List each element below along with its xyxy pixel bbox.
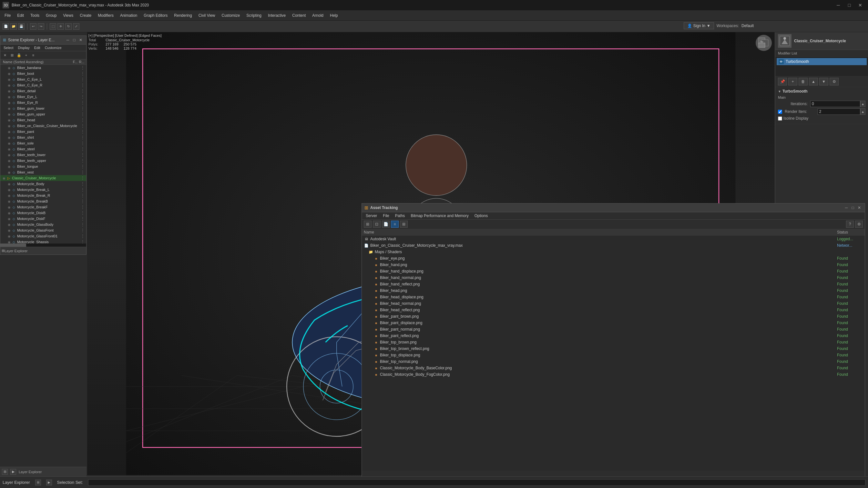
minimize-button[interactable]: ─ xyxy=(833,1,843,10)
scene-explorer-maximize[interactable]: □ xyxy=(71,37,77,43)
menu-item-help[interactable]: Help xyxy=(327,10,341,20)
scene-item-options[interactable]: ⋮ xyxy=(80,118,85,123)
at-list-item[interactable]: ■ Biker_hand_reflect.png Found xyxy=(362,281,865,287)
modifier-move-up-btn[interactable]: ▲ xyxy=(809,78,818,86)
scene-item-options[interactable]: ⋮ xyxy=(80,123,85,128)
at-list-item[interactable]: ■ Biker_top_displace.png Found xyxy=(362,352,865,358)
scene-item[interactable]: ◉ ◇ Biker_teeth_lower ⋮ xyxy=(0,152,86,158)
iterations-up[interactable]: ▲ xyxy=(860,101,865,107)
at-list-item[interactable]: ■ Biker_pant_displace.png Found xyxy=(362,320,865,326)
at-list-item[interactable]: ■ Biker_top_brown_reflect.png Found xyxy=(362,346,865,352)
menu-item-file[interactable]: File xyxy=(1,10,14,20)
render-iters-up[interactable]: ▲ xyxy=(860,108,865,115)
se-menu-edit[interactable]: Edit xyxy=(32,45,42,50)
scene-item[interactable]: ◉ ◇ Biker_head ⋮ xyxy=(0,117,86,123)
viewport-navigation-cube[interactable]: Top xyxy=(756,35,772,51)
at-menu-paths[interactable]: Paths xyxy=(393,213,408,219)
scene-item-options[interactable]: ⋮ xyxy=(80,152,85,157)
toolbar-redo[interactable]: ↪ xyxy=(38,23,44,30)
at-toolbar-btn5[interactable]: ⊞ xyxy=(400,221,408,228)
scene-explorer-scrollbar[interactable] xyxy=(0,243,86,247)
at-list-item[interactable]: ■ Biker_hand_normal.png Found xyxy=(362,274,865,281)
menu-item-animation[interactable]: Animation xyxy=(117,10,141,20)
at-toolbar-btn3[interactable]: 📄 xyxy=(382,221,390,228)
scene-item-options[interactable]: ⋮ xyxy=(80,129,85,134)
scene-explorer-close[interactable]: ✕ xyxy=(78,37,84,43)
menu-item-interactive[interactable]: Interactive xyxy=(265,10,289,20)
toolbar-scale[interactable]: ⤢ xyxy=(73,23,80,30)
scene-item-options[interactable]: ⋮ xyxy=(80,210,85,216)
at-list-item[interactable]: ■ Biker_head_normal.png Found xyxy=(362,300,865,307)
scene-explorer-scroll-thumb[interactable] xyxy=(0,243,26,247)
at-maximize-button[interactable]: □ xyxy=(850,205,856,210)
scene-item[interactable]: ◉ ◇ Motorcycle_BreakF ⋮ xyxy=(0,204,86,210)
se-menu-display[interactable]: Display xyxy=(16,45,32,50)
scene-item[interactable]: ◉ ◇ Motorcycle_DiskF ⋮ xyxy=(0,216,86,222)
scene-item[interactable]: ◉ ◇ Biker_C_Eye_L ⋮ xyxy=(0,76,86,82)
menu-item-customize[interactable]: Customize xyxy=(219,10,243,20)
scene-item-options[interactable]: ⋮ xyxy=(80,181,85,187)
at-toolbar-btn2[interactable]: ⊡ xyxy=(373,221,380,228)
at-list-item[interactable]: ■ Classic_Motorcycle_Body_FogColor.png F… xyxy=(362,371,865,378)
menu-item-civil-view[interactable]: Civil View xyxy=(195,10,219,20)
scene-item-options[interactable]: ⋮ xyxy=(80,141,85,146)
scene-item[interactable]: ◉ ◇ Biker_pant ⋮ xyxy=(0,129,86,134)
menu-item-content[interactable]: Content xyxy=(289,10,309,20)
at-list-item[interactable]: ■ Biker_hand_displace.png Found xyxy=(362,268,865,274)
scene-item[interactable]: ◉ ◇ Biker_Eye_L ⋮ xyxy=(0,94,86,100)
ts-iterations-input[interactable] xyxy=(810,101,860,107)
at-list-item[interactable]: ■ Biker_head_reflect.png Found xyxy=(362,307,865,313)
at-list-item[interactable]: ■ Biker_pant_normal.png Found xyxy=(362,326,865,332)
at-toolbar-help[interactable]: ? xyxy=(846,221,854,228)
at-minimize-button[interactable]: ─ xyxy=(843,205,849,210)
scene-item-options[interactable]: ⋮ xyxy=(80,135,85,140)
se-toolbar-layers[interactable]: ≡ xyxy=(30,52,36,58)
toolbar-move[interactable]: ✛ xyxy=(58,23,64,30)
scene-item[interactable]: ◉ ◇ Motorcycle_DiskB ⋮ xyxy=(0,210,86,216)
toolbar-undo[interactable]: ↩ xyxy=(30,23,36,30)
at-menu-server[interactable]: Server xyxy=(363,213,380,219)
se-toolbar-filter[interactable]: ⊞ xyxy=(9,52,15,58)
modifier-add-btn[interactable]: + xyxy=(788,78,797,86)
scene-item-options[interactable]: ⋮ xyxy=(80,100,85,105)
at-file-list[interactable]: 🏛 Autodesk Vault Logged... 📄 Biker_on_Cl… xyxy=(362,236,865,470)
ts-renderIters-input[interactable] xyxy=(818,108,861,115)
isoline-checkbox[interactable] xyxy=(778,117,782,121)
scene-item-options[interactable]: ⋮ xyxy=(80,158,85,163)
menu-item-graph-editors[interactable]: Graph Editors xyxy=(141,10,171,20)
se-toolbar-lock[interactable]: 🔒 xyxy=(16,52,22,58)
scene-item[interactable]: ◉ ◇ Biker_boot ⋮ xyxy=(0,71,86,76)
at-list-item[interactable]: ■ Biker_pant_brown.png Found xyxy=(362,313,865,320)
toolbar-new[interactable]: 📄 xyxy=(3,23,9,30)
scene-item-options[interactable]: ⋮ xyxy=(80,228,85,233)
at-list-item[interactable]: 🏛 Autodesk Vault Logged... xyxy=(362,236,865,242)
scene-item-options[interactable]: ⋮ xyxy=(80,94,85,99)
scene-item[interactable]: ◉ ◇ Motorcycle_GlassFront ⋮ xyxy=(0,227,86,233)
scene-item-options[interactable]: ⋮ xyxy=(80,204,85,210)
scene-item-options[interactable]: ⋮ xyxy=(80,111,85,117)
scene-item-options[interactable]: ⋮ xyxy=(80,170,85,175)
at-list-item[interactable]: ■ Classic_Motorcycle_Body_BaseColor.png … xyxy=(362,365,865,371)
scene-item[interactable]: ◉ ◇ Motorcycle_GlassFront01 ⋮ xyxy=(0,233,86,239)
at-list-item[interactable]: ■ Biker_eye.png Found xyxy=(362,255,865,262)
toolbar-rotate[interactable]: ↻ xyxy=(65,23,72,30)
se-toolbar-x[interactable]: ✕ xyxy=(2,52,8,58)
scene-item-options[interactable]: ⋮ xyxy=(80,233,85,239)
scene-item[interactable]: ◉ ◇ Biker_gum_upper ⋮ xyxy=(0,111,86,117)
menu-item-views[interactable]: Views xyxy=(60,10,76,20)
modifier-eye-icon[interactable]: 👁 xyxy=(779,59,784,64)
toolbar-open[interactable]: 📁 xyxy=(10,23,17,30)
at-toolbar-btn1[interactable]: ⊞ xyxy=(364,221,372,228)
scene-item[interactable]: ◉ ◇ Biker_teeth_upper ⋮ xyxy=(0,158,86,164)
menu-item-rendering[interactable]: Rendering xyxy=(171,10,195,20)
maximize-button[interactable]: □ xyxy=(844,1,855,10)
modifier-move-down-btn[interactable]: ▼ xyxy=(819,78,828,86)
layer-explorer-btn2[interactable]: ▶ xyxy=(46,480,52,485)
at-list-item[interactable]: ■ Biker_head_displace.png Found xyxy=(362,294,865,300)
scene-item-options[interactable]: ⋮ xyxy=(80,222,85,227)
scene-item-options[interactable]: ⋮ xyxy=(80,187,85,192)
scene-item-options[interactable]: ⋮ xyxy=(80,77,85,82)
scene-item[interactable]: ◉ ◇ Biker_gum_lower ⋮ xyxy=(0,105,86,111)
se-menu-select[interactable]: Select xyxy=(2,45,16,50)
scene-item-options[interactable]: ⋮ xyxy=(80,193,85,198)
